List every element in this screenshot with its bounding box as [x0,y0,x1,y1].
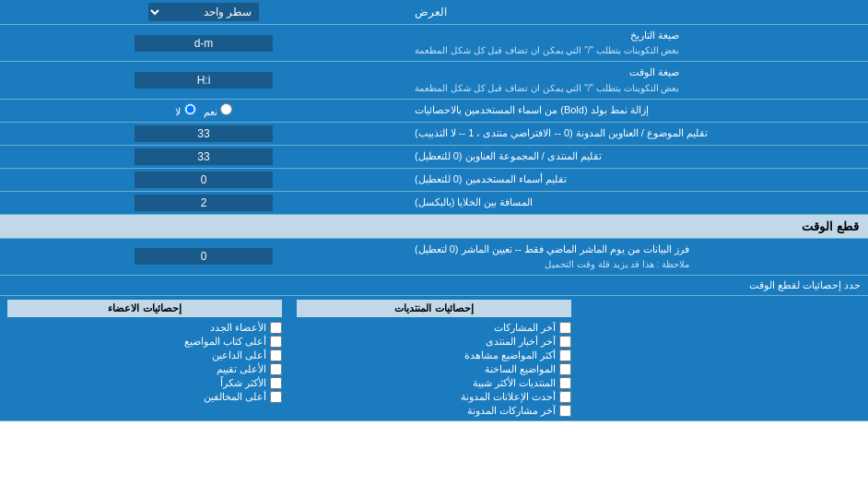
trim-forum-input-cell [0,146,407,168]
cutoff-section-header: قطع الوقت [0,215,868,239]
member-stats-header: إحصائيات الاعضاء [7,300,282,317]
list-item: الأعلى تقييم [7,363,282,375]
trim-users-label: تقليم أسماء المستخدمين (0 للتعطيل) [407,169,868,191]
checkbox-blog-posts[interactable] [559,405,571,417]
list-item: الأكثر شكراً [7,377,282,389]
cutoff-input[interactable] [135,248,273,265]
time-format-input[interactable] [135,72,273,89]
checkbox-top-rated[interactable] [270,363,282,375]
date-format-row: صيغة التاريخ بعض التكوينات يتطلب "/" الت… [0,25,868,62]
trim-forum-label: تقليم المنتدى / المجموعة العناوين (0 للت… [407,146,868,168]
checkbox-new-members[interactable] [270,322,282,334]
list-item: آخر مشاركات المدونة [297,405,571,417]
list-item: أحدث الإعلانات المدونة [297,391,571,403]
spacing-label: المسافة بين الخلايا (بالبكسل) [407,192,868,214]
list-item: أعلى كتاب المواضيع [7,336,282,348]
checkbox-last-posts[interactable] [559,322,571,334]
spacing-input[interactable] [135,195,273,211]
cutoff-row: فرز البيانات من يوم الماشر الماضي فقط --… [0,239,868,276]
limit-row: حدد إحصائيات لقطع الوقت [0,276,868,296]
display-select-cell: سطر واحد سطرين ثلاثة أسطر [0,0,407,24]
list-item: أعلى الداعين [7,349,282,361]
checkbox-top-inviters[interactable] [270,349,282,361]
spacing-row: المسافة بين الخلايا (بالبكسل) [0,192,868,215]
trim-topic-input-cell [0,123,407,145]
list-item: الأعضاء الجدد [7,322,282,334]
display-row: العرض سطر واحد سطرين ثلاثة أسطر [0,0,868,25]
trim-forum-row: تقليم المنتدى / المجموعة العناوين (0 للت… [0,146,868,169]
list-item: المنتديات الأكثر شبية [297,377,571,389]
trim-topic-row: تقليم الموضوع / العناوين المدونة (0 -- ا… [0,123,868,146]
time-format-row: صيغة الوقت بعض التكوينات يتطلب "/" التي … [0,62,868,99]
trim-topic-input[interactable] [135,125,273,142]
trim-topic-label: تقليم الموضوع / العناوين المدونة (0 -- ا… [407,123,868,145]
forum-stats-header: إحصائيات المنتديات [297,300,571,317]
trim-forum-input[interactable] [135,148,273,165]
display-label: العرض [407,0,868,24]
bold-yes-label: نعم [204,103,232,118]
display-select[interactable]: سطر واحد سطرين ثلاثة أسطر [148,3,259,21]
cutoff-input-cell [0,239,407,275]
empty-col [579,296,868,420]
checkbox-announcements[interactable] [559,391,571,403]
list-item: آخر المشاركات [297,322,571,334]
bold-radio-cell: نعم لا [0,100,407,122]
checkbox-most-forums[interactable] [559,377,571,389]
member-stats-col: إحصائيات الاعضاء الأعضاء الجدد أعلى كتاب… [0,296,289,420]
time-format-input-cell [0,62,407,98]
date-format-label: صيغة التاريخ بعض التكوينات يتطلب "/" الت… [407,25,868,61]
time-format-label: صيغة الوقت بعض التكوينات يتطلب "/" التي … [407,62,868,98]
checkbox-hot-topics[interactable] [559,363,571,375]
checkbox-top-violators[interactable] [270,391,282,403]
bold-no-radio[interactable] [184,103,196,115]
list-item: آخر أخبار المنتدى [297,336,571,348]
date-format-input-cell [0,25,407,61]
trim-users-input[interactable] [135,172,273,188]
list-item: أعلى المخالفين [7,391,282,403]
list-item: أكثر المواضيع مشاهدة [297,349,571,361]
checkbox-section: إحصائيات المنتديات آخر المشاركات آخر أخب… [0,296,868,421]
checkbox-most-thanked[interactable] [270,377,282,389]
bold-no-label: لا [175,103,195,118]
list-item: المواضيع الساخنة [297,363,571,375]
bold-row: إزالة نمط بولد (Bold) من اسماء المستخدمي… [0,100,868,123]
date-format-input[interactable] [135,35,273,52]
cutoff-label: فرز البيانات من يوم الماشر الماضي فقط --… [407,239,868,275]
trim-users-row: تقليم أسماء المستخدمين (0 للتعطيل) [0,169,868,192]
checkbox-forum-news[interactable] [559,336,571,348]
trim-users-input-cell [0,169,407,191]
bold-label: إزالة نمط بولد (Bold) من اسماء المستخدمي… [407,100,868,122]
bold-yes-radio[interactable] [220,103,232,115]
forum-stats-col: إحصائيات المنتديات آخر المشاركات آخر أخب… [289,296,579,420]
spacing-input-cell [0,192,407,214]
checkbox-most-viewed[interactable] [559,349,571,361]
checkbox-top-writers[interactable] [270,336,282,348]
